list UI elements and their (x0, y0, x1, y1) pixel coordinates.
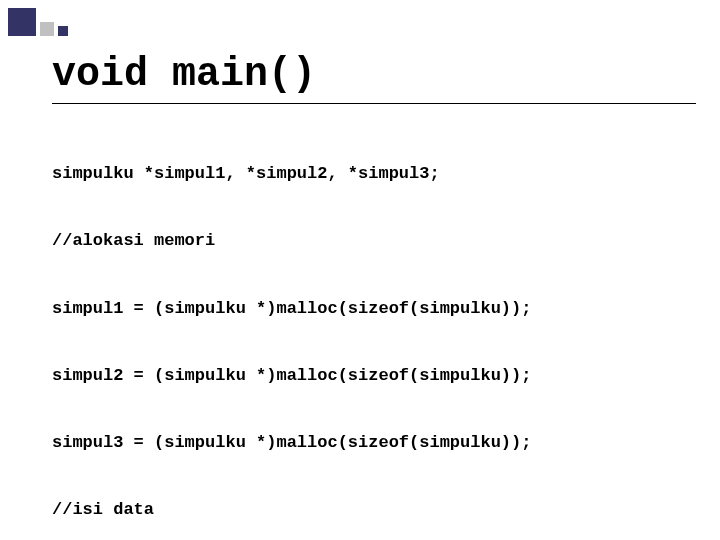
decoration-square-gray (40, 22, 54, 36)
slide-decoration (0, 0, 68, 36)
code-line: //isi data (52, 499, 696, 521)
decoration-square-small (58, 26, 68, 36)
code-block: simpulku *simpul1, *simpul2, *simpul3; /… (52, 118, 696, 540)
title-underline (52, 103, 696, 104)
code-line: //alokasi memori (52, 230, 696, 252)
slide-content: void main() simpulku *simpul1, *simpul2,… (52, 52, 696, 540)
code-line: simpul1 = (simpulku *)malloc(sizeof(simp… (52, 298, 696, 320)
code-line: simpul3 = (simpulku *)malloc(sizeof(simp… (52, 432, 696, 454)
decoration-square-large (8, 8, 36, 36)
code-line: simpul2 = (simpulku *)malloc(sizeof(simp… (52, 365, 696, 387)
code-line: simpulku *simpul1, *simpul2, *simpul3; (52, 163, 696, 185)
slide-title: void main() (52, 52, 696, 97)
